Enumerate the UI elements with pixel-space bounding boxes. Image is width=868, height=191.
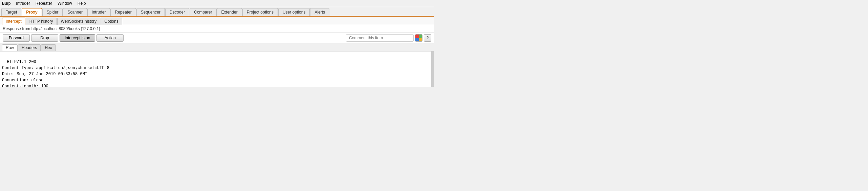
tab-scanner[interactable]: Scanner: [63, 8, 87, 16]
tab-spider[interactable]: Spider: [42, 8, 63, 16]
info-bar: Response from http://localhost:8080/book…: [0, 25, 434, 33]
color-yellow: [419, 38, 422, 41]
tab-target[interactable]: Target: [1, 8, 21, 16]
response-content: HTTP/1.1 200 Content-Type: application/j…: [0, 51, 434, 87]
tab-sequencer[interactable]: Sequencer: [136, 8, 165, 16]
tab-project-options[interactable]: Project options: [242, 8, 278, 16]
menu-bar: Burp Intruder Repeater Window Help: [0, 0, 434, 7]
help-button[interactable]: ?: [424, 34, 431, 42]
tab-intruder[interactable]: Intruder: [87, 8, 110, 16]
menu-burp[interactable]: Burp: [1, 1, 11, 6]
tab-comparer[interactable]: Comparer: [190, 8, 216, 16]
highlight-color-button[interactable]: [415, 34, 422, 42]
drop-button[interactable]: Drop: [31, 34, 58, 42]
format-tab-hex[interactable]: Hex: [41, 44, 56, 51]
format-tab-bar: Raw Headers Hex: [0, 43, 434, 51]
forward-button[interactable]: Forward: [3, 34, 30, 42]
sub-tab-http-history[interactable]: HTTP history: [26, 18, 57, 25]
color-green: [419, 35, 422, 38]
color-blue: [415, 38, 419, 41]
tab-decoder[interactable]: Decoder: [165, 8, 189, 16]
info-text: Response from http://localhost:8080/book…: [3, 26, 100, 31]
sub-tab-websockets-history[interactable]: WebSockets history: [57, 18, 101, 25]
format-tab-headers[interactable]: Headers: [18, 44, 41, 51]
action-button[interactable]: Action: [96, 34, 124, 42]
menu-window[interactable]: Window: [57, 1, 73, 6]
intercept-toggle-button[interactable]: Intercept is on: [60, 34, 95, 42]
sub-tab-bar: Intercept HTTP history WebSockets histor…: [0, 17, 434, 25]
tab-extender[interactable]: Extender: [217, 8, 242, 16]
menu-help[interactable]: Help: [77, 1, 87, 6]
sub-tab-options[interactable]: Options: [101, 18, 122, 25]
sub-tab-intercept[interactable]: Intercept: [2, 18, 25, 25]
comment-input[interactable]: [346, 34, 414, 42]
top-tab-bar: Target Proxy Spider Scanner Intruder Rep…: [0, 7, 434, 17]
color-red: [415, 35, 419, 38]
action-bar: Forward Drop Intercept is on Action ?: [0, 33, 434, 43]
format-tab-raw[interactable]: Raw: [2, 44, 18, 51]
tab-alerts[interactable]: Alerts: [310, 8, 329, 16]
menu-intruder[interactable]: Intruder: [15, 1, 30, 6]
tab-user-options[interactable]: User options: [278, 8, 310, 16]
menu-repeater[interactable]: Repeater: [35, 1, 53, 6]
tab-proxy[interactable]: Proxy: [22, 8, 42, 16]
tab-repeater[interactable]: Repeater: [110, 8, 136, 16]
response-text: HTTP/1.1 200 Content-Type: application/j…: [2, 60, 246, 87]
